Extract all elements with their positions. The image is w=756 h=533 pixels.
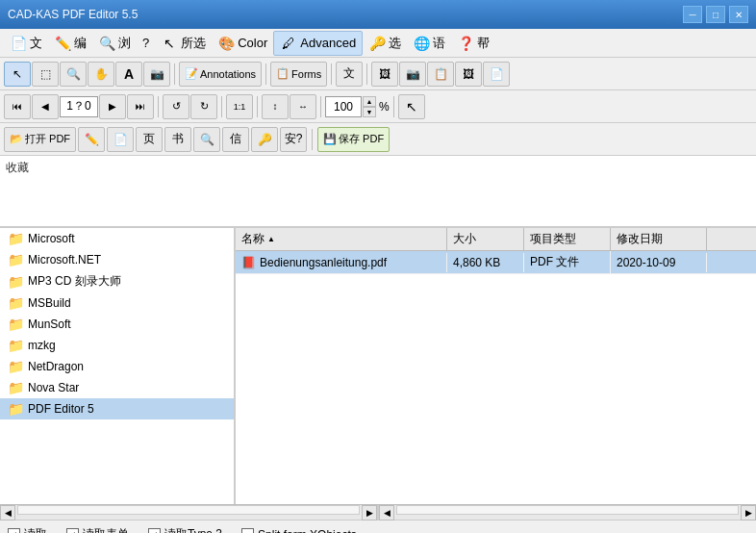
maximize-button[interactable]: □ — [706, 6, 725, 23]
folder-munsoft[interactable]: 📁 MunSoft — [0, 314, 234, 335]
hscroll-right-button[interactable]: ▶ — [362, 505, 377, 520]
table-row[interactable]: 📕 Bedienungsanleitung.pdf 4,860 KB PDF 文… — [236, 251, 756, 274]
col-header-name[interactable]: 名称 ▲ — [236, 228, 447, 250]
col-header-size[interactable]: 大小 — [447, 228, 524, 250]
menu-help-q[interactable]: ? — [137, 33, 155, 53]
file-size: 4,860 KB — [447, 253, 524, 272]
menu-view[interactable]: 🔍 浏 — [92, 32, 137, 55]
toolbar-tools: ↖ ⬚ 🔍 ✋ A 📷 📝 Annotations 📋 Forms 文 🖼 📷 … — [0, 58, 756, 90]
nav-sep-5 — [393, 96, 394, 117]
file-hscroll-track[interactable] — [396, 505, 739, 515]
folder-pdf-editor-5[interactable]: 📁 PDF Editor 5 — [0, 398, 234, 419]
menu-select[interactable]: ↖ 所选 — [155, 32, 212, 55]
close-button[interactable]: ✕ — [729, 6, 748, 23]
menu-help[interactable]: ❓ 帮 — [451, 32, 495, 55]
minimize-button[interactable]: ─ — [683, 6, 702, 23]
status-read-list: 读取表单 — [66, 526, 129, 533]
next-page-button[interactable]: ▶ — [99, 94, 126, 119]
pic5-button[interactable]: 📄 — [483, 62, 510, 87]
folder-microsoft[interactable]: 📁 Microsoft — [0, 228, 234, 249]
zoom-tool-button[interactable]: 🔍 — [60, 62, 87, 87]
color-menu-icon: 🎨 — [217, 35, 235, 52]
toolbar-actions: 📂 打开 PDF ✏️ 📄 页 书 🔍 信 🔑 安? 💾 保存 PDF — [0, 123, 756, 156]
hand-tool-button[interactable]: ✋ — [88, 62, 114, 87]
edit-text-button[interactable]: 📄 — [107, 127, 134, 152]
folder-mp3[interactable]: 📁 MP3 CD 刻录大师 — [0, 270, 234, 292]
menu-color[interactable]: 🎨 Color — [212, 32, 273, 55]
folder-msbuild[interactable]: 📁 MSBuild — [0, 292, 234, 314]
last-page-button[interactable]: ⏭ — [127, 94, 154, 119]
hscroll-right2-button[interactable]: ▶ — [741, 505, 756, 520]
zoom-up-button[interactable]: ▲ — [363, 96, 376, 107]
read-list-checkbox[interactable] — [66, 528, 79, 533]
edit-button[interactable]: ✏️ — [78, 127, 105, 152]
menu-advanced[interactable]: 🖊 Advanced — [273, 31, 363, 56]
toolbar-separator-3 — [331, 63, 332, 85]
folder-mzkg[interactable]: 📁 mzkg — [0, 335, 234, 356]
tools-menu-label: 选 — [389, 35, 401, 52]
fit-width-button[interactable]: ↔ — [290, 94, 316, 119]
hscroll-left-button[interactable]: ◀ — [0, 505, 15, 520]
save-pdf-icon: 💾 — [323, 133, 337, 145]
forms-button[interactable]: 📋 Forms — [270, 62, 327, 87]
folder-microsoft-net[interactable]: 📁 Microsoft.NET — [0, 249, 234, 270]
open-pdf-button[interactable]: 📂 打开 PDF — [4, 127, 76, 152]
redo-button[interactable]: ↻ — [190, 94, 217, 119]
arrow-tool-button[interactable]: ↖ — [4, 62, 31, 87]
page-button[interactable]: 页 — [136, 127, 163, 152]
split-checkbox[interactable] — [241, 528, 254, 533]
tools-menu-icon: 🔑 — [368, 35, 386, 52]
actual-size-button[interactable]: 1:1 — [226, 94, 253, 119]
zoom-unit-label: % — [379, 100, 390, 114]
folder-icon: 📁 — [8, 338, 24, 353]
menu-language[interactable]: 🌐 语 — [407, 32, 451, 55]
folder-hscroll-track[interactable] — [17, 505, 360, 515]
advanced-menu-icon: 🖊 — [280, 35, 297, 52]
read-type3-checkbox[interactable] — [148, 528, 161, 533]
hscroll-left2-button[interactable]: ◀ — [379, 505, 394, 520]
col-name-label: 名称 — [241, 231, 265, 247]
prev-page-button[interactable]: ◀ — [32, 94, 59, 119]
security-button[interactable]: 安? — [280, 127, 307, 152]
select-rect-button[interactable]: ⬚ — [32, 62, 59, 87]
folder-netdragon[interactable]: 📁 NetDragon — [0, 356, 234, 377]
col-header-date[interactable]: 修改日期 — [611, 228, 707, 250]
bookmarks-area: 收藏 — [0, 156, 756, 228]
pic1-button[interactable]: 🖼 — [371, 62, 398, 87]
fit-height-button[interactable]: ↕ — [262, 94, 289, 119]
pic2-button[interactable]: 📷 — [399, 62, 426, 87]
folder-name: Microsoft — [28, 232, 75, 245]
window-controls: ─ □ ✕ — [683, 6, 748, 23]
folder-icon: 📁 — [8, 295, 24, 311]
folder-name: NetDragon — [28, 360, 84, 373]
page-number-input[interactable] — [60, 96, 98, 117]
zoom-down-button[interactable]: ▼ — [363, 107, 376, 117]
image-tool-button[interactable]: 📷 — [143, 62, 170, 87]
folder-name: MunSoft — [28, 317, 71, 331]
folder-nova-star[interactable]: 📁 Nova Star — [0, 377, 234, 398]
menu-edit[interactable]: ✏️ 编 — [48, 32, 92, 55]
menu-tools[interactable]: 🔑 选 — [363, 32, 407, 55]
first-page-button[interactable]: ⏮ — [4, 94, 31, 119]
status-read: 读取 — [8, 526, 47, 533]
browser-button[interactable]: 信 — [222, 127, 249, 152]
bookmark-button[interactable]: 书 — [164, 127, 191, 152]
read-checkbox[interactable] — [8, 528, 20, 533]
cursor-button[interactable]: ↖ — [398, 94, 425, 119]
nav-sep-2 — [221, 96, 222, 117]
text-tool-button[interactable]: A — [115, 62, 142, 87]
annotations-button[interactable]: 📝 Annotations — [179, 62, 262, 87]
undo-button[interactable]: ↺ — [163, 94, 189, 119]
save-pdf-button[interactable]: 💾 保存 PDF — [317, 127, 390, 152]
file-list-header: 名称 ▲ 大小 项目类型 修改日期 — [236, 228, 756, 251]
save-pdf-label: 保存 PDF — [339, 132, 384, 146]
menu-file[interactable]: 📄 文 — [4, 32, 48, 55]
text2-button[interactable]: 文 — [336, 62, 363, 87]
col-header-type[interactable]: 项目类型 — [524, 228, 611, 250]
pic4-button[interactable]: 🖼 — [455, 62, 482, 87]
zoom-value-input[interactable] — [325, 96, 362, 117]
nav-sep-1 — [158, 96, 159, 117]
pic3-button[interactable]: 📋 — [427, 62, 454, 87]
info-button[interactable]: 🔍 — [193, 127, 220, 152]
lock-button[interactable]: 🔑 — [251, 127, 278, 152]
